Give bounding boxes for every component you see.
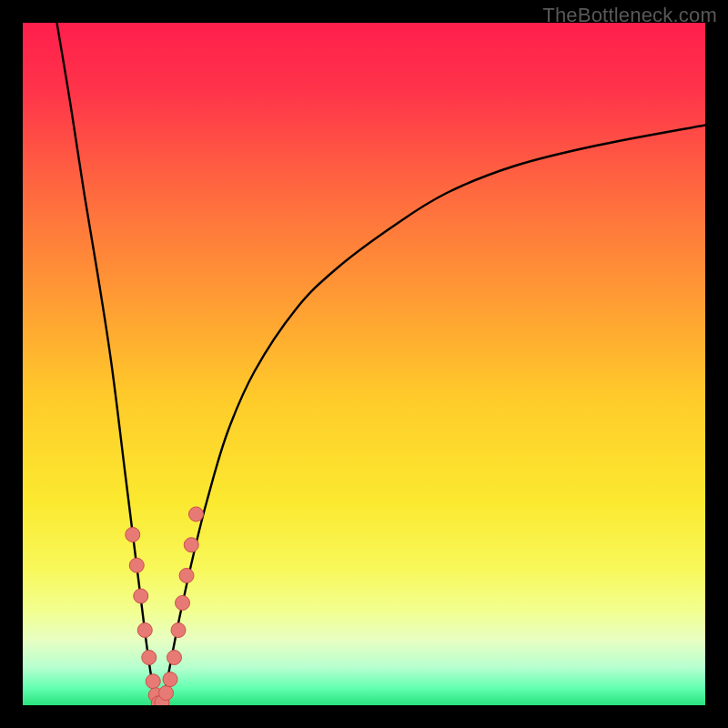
highlight-marker xyxy=(167,651,182,665)
highlight-marker xyxy=(184,538,198,552)
highlight-marker xyxy=(189,507,204,521)
highlight-marker xyxy=(163,672,177,687)
highlight-marker xyxy=(134,589,148,603)
highlight-marker xyxy=(171,623,186,638)
highlight-marker xyxy=(179,569,194,583)
highlight-marker xyxy=(159,686,174,701)
highlight-marker xyxy=(126,528,140,542)
chart-frame: TheBottleneck.com xyxy=(0,0,728,728)
watermark-text: TheBottleneck.com xyxy=(542,4,717,27)
highlight-marker xyxy=(142,651,157,665)
highlight-marker xyxy=(129,558,144,572)
curve-right-branch xyxy=(159,126,705,706)
highlight-marker xyxy=(146,674,160,689)
highlight-markers xyxy=(126,507,204,705)
curve-layer xyxy=(23,23,705,705)
highlight-marker xyxy=(176,596,190,611)
plot-area xyxy=(23,23,705,705)
highlight-marker xyxy=(137,623,152,638)
